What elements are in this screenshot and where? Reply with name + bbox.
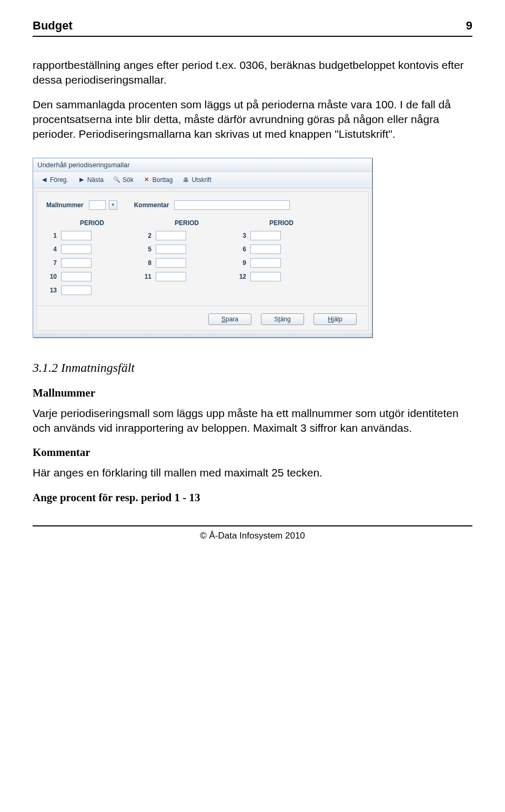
period-input-10[interactable] [61,272,92,281]
dialog-bottom-border [33,334,372,337]
kommentar-input[interactable] [174,200,290,210]
sub3-title: Ange procent för resp. period 1 - 13 [33,491,472,504]
period-header-1: PERIOD [46,219,125,227]
period-input-7[interactable] [61,258,92,268]
close-rest: äng [280,316,291,323]
period-input-8[interactable] [156,258,186,268]
sub2-title: Kommentar [33,446,472,459]
search-button[interactable]: 🔍 Sök [109,174,138,186]
period-num-5: 5 [141,246,152,253]
paragraph-2: Den sammanlagda procenten som läggs ut p… [33,97,472,142]
sub1-body: Varje periodiseringsmall som läggs upp m… [33,406,472,436]
next-label: Nästa [87,176,104,184]
help-rest: jälp [332,316,342,323]
sub1-title: Mallnummer [33,387,472,400]
period-num-9: 9 [236,259,246,267]
header-title: Budget [33,19,73,33]
period-input-6[interactable] [250,245,281,254]
period-num-3: 3 [236,232,246,239]
period-input-1[interactable] [61,231,92,240]
period-num-6: 6 [236,246,246,253]
period-num-4: 4 [46,246,57,253]
dialog-window: Underhåll periodiseringsmallar ◀ Föreg. … [33,158,372,338]
save-rest: para [226,316,238,323]
binoculars-icon: 🔍 [113,176,120,184]
section-heading: 3.1.2 Inmatningsfält [33,361,472,375]
period-input-2[interactable] [156,231,186,240]
search-label: Sök [123,176,134,184]
period-num-11: 11 [141,273,152,280]
mallnummer-input[interactable] [89,200,106,210]
period-grid: PERIOD PERIOD PERIOD 1 2 3 4 5 6 7 8 9 1… [46,219,359,295]
period-header-3: PERIOD [236,219,315,227]
period-input-4[interactable] [61,245,92,254]
arrow-left-icon: ◀ [41,176,48,184]
body-text: rapportbeställning anges efter period t.… [33,58,472,142]
next-button[interactable]: ▶ Nästa [74,174,108,186]
print-label: Utskrift [191,176,211,184]
dialog-titlebar: Underhåll periodiseringsmallar [33,158,372,172]
period-num-13: 13 [46,287,57,294]
period-input-5[interactable] [156,245,186,254]
help-button[interactable]: Hjälp [314,313,357,325]
delete-button[interactable]: ✕ Borttag [139,174,177,186]
mallnummer-dropdown[interactable]: ▼ [109,200,117,210]
mallnummer-label: Mallnummer [46,201,84,209]
prev-label: Föreg. [50,176,68,184]
dialog-form: Mallnummer ▼ Kommentar PERIOD PERIOD PER… [36,191,369,331]
period-input-13[interactable] [61,286,92,295]
dialog-divider [37,306,368,306]
period-num-1: 1 [46,232,57,239]
prev-button[interactable]: ◀ Föreg. [36,174,73,186]
period-header-2: PERIOD [141,219,220,227]
close-button[interactable]: Stäng [261,313,304,325]
save-button[interactable]: Spara [208,313,251,325]
period-num-12: 12 [236,273,246,280]
period-input-11[interactable] [156,272,186,281]
printer-icon: 🖶 [182,176,189,184]
page-footer: © Å-Data Infosystem 2010 [33,525,472,541]
delete-x-icon: ✕ [143,176,150,184]
period-input-3[interactable] [250,231,281,240]
print-button[interactable]: 🖶 Utskrift [178,174,215,186]
delete-label: Borttag [153,176,173,184]
period-num-8: 8 [141,259,152,267]
kommentar-label: Kommentar [134,201,169,209]
period-num-2: 2 [141,232,152,239]
period-input-9[interactable] [250,258,281,268]
paragraph-1: rapportbeställning anges efter period t.… [33,58,472,88]
arrow-right-icon: ▶ [78,176,85,184]
page-header: Budget 9 [33,19,472,37]
dialog-toolbar: ◀ Föreg. ▶ Nästa 🔍 Sök ✕ Borttag 🖶 Utskr… [33,172,372,188]
page-number: 9 [466,19,472,33]
dialog-button-row: Spara Stäng Hjälp [46,313,359,325]
period-num-10: 10 [46,273,57,280]
period-input-12[interactable] [250,272,281,281]
sub2-body: Här anges en förklaring till mallen med … [33,465,472,480]
period-num-7: 7 [46,259,57,267]
